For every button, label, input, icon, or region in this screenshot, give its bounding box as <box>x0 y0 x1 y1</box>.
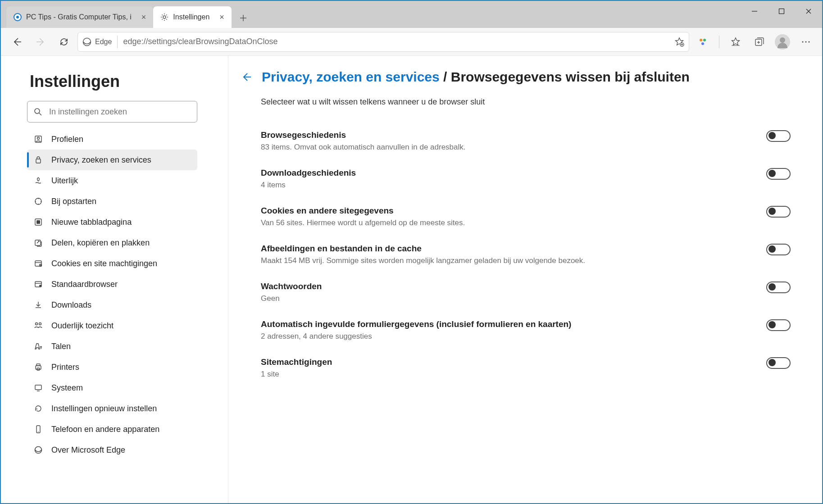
sidebar-item-icon <box>33 383 43 392</box>
add-favorite-button[interactable] <box>674 32 684 52</box>
option-toggle[interactable] <box>766 319 791 331</box>
option-row-2: Cookies en andere sitegegevensVan 56 sit… <box>261 198 791 236</box>
url-text[interactable]: edge://settings/clearBrowsingDataOnClose <box>123 37 669 46</box>
settings-sidebar: Instellingen ProfielenPrivacy, zoeken en… <box>27 56 228 503</box>
option-row-4: WachtwoordenGeen <box>261 273 791 311</box>
option-toggle[interactable] <box>766 282 791 293</box>
option-desc: Maakt 154 MB vrij. Sommige sites worden … <box>261 256 585 265</box>
sidebar-item-label: Instellingen opnieuw instellen <box>51 404 157 413</box>
option-title: Downloadgeschiedenis <box>261 168 356 178</box>
sidebar-item-label: Nieuwe tabbladpagina <box>51 218 132 227</box>
sidebar-item-label: Standaardbrowser <box>51 280 118 289</box>
site-identity[interactable]: Edge <box>82 37 112 46</box>
more-button[interactable] <box>796 32 816 52</box>
svg-rect-30 <box>35 385 41 390</box>
forward-button[interactable] <box>31 32 50 52</box>
back-button[interactable] <box>7 32 27 52</box>
sidebar-item-6[interactable]: Cookies en site machtigingen <box>27 253 197 274</box>
sidebar-item-3[interactable]: Bij opstarten <box>27 191 197 212</box>
gear-icon <box>160 13 168 21</box>
option-toggle[interactable] <box>766 244 791 255</box>
tab-settings[interactable]: Instellingen × <box>153 6 231 28</box>
maximize-button[interactable] <box>768 1 795 22</box>
collections-button[interactable] <box>749 32 769 52</box>
breadcrumb-separator: / <box>443 69 447 84</box>
option-row-6: Sitemachtigingen1 site <box>261 349 791 387</box>
option-toggle[interactable] <box>766 357 791 369</box>
sidebar-item-13[interactable]: Instellingen opnieuw instellen <box>27 398 197 419</box>
close-icon[interactable]: × <box>219 13 224 21</box>
option-title: Automatisch ingevulde formuliergegevens … <box>261 319 571 329</box>
close-icon[interactable]: × <box>141 13 146 21</box>
option-title: Browsegeschiedenis <box>261 130 466 140</box>
svg-point-4 <box>83 38 91 45</box>
sidebar-item-label: Telefoon en andere apparaten <box>51 425 159 434</box>
sidebar-item-9[interactable]: Ouderlijk toezicht <box>27 315 197 336</box>
sidebar-item-11[interactable]: Printers <box>27 357 197 377</box>
svg-point-17 <box>35 198 41 204</box>
sidebar-item-label: Downloads <box>51 300 91 310</box>
close-button[interactable] <box>795 1 822 22</box>
settings-search[interactable] <box>27 101 197 123</box>
svg-rect-20 <box>35 240 41 245</box>
settings-search-input[interactable] <box>48 107 191 117</box>
svg-point-10 <box>802 41 803 42</box>
new-tab-button[interactable] <box>233 8 253 28</box>
sidebar-item-8[interactable]: Downloads <box>27 295 197 315</box>
sidebar-item-label: Cookies en site machtigingen <box>51 259 157 268</box>
svg-point-2 <box>163 16 166 18</box>
sidebar-item-4[interactable]: Nieuwe tabbladpagina <box>27 212 197 232</box>
sidebar-item-icon <box>33 363 43 372</box>
sidebar-item-label: Uiterlijk <box>51 176 78 186</box>
favorites-button[interactable] <box>726 32 746 52</box>
sidebar-item-1[interactable]: Privacy, zoeken en services <box>27 150 197 170</box>
option-toggle[interactable] <box>766 206 791 218</box>
option-desc: Van 56 sites. Hiermee wordt u afgemeld o… <box>261 218 465 227</box>
tab-pc-tips[interactable]: PC Tips - Gratis Computer Tips, i × <box>6 6 153 28</box>
avatar-icon <box>775 34 790 50</box>
sidebar-item-label: Systeem <box>51 383 83 393</box>
tab-strip: PC Tips - Gratis Computer Tips, i × Inst… <box>1 1 253 28</box>
breadcrumb-parent[interactable]: Privacy, zoeken en services <box>262 69 440 84</box>
sidebar-item-2[interactable]: Uiterlijk <box>27 170 197 191</box>
sidebar-item-label: Profielen <box>51 135 83 144</box>
svg-rect-16 <box>36 159 41 163</box>
sidebar-item-icon <box>33 155 43 164</box>
svg-point-8 <box>701 42 704 45</box>
sidebar-item-12[interactable]: Systeem <box>27 377 197 398</box>
sidebar-item-icon <box>33 445 43 454</box>
svg-point-15 <box>37 137 40 140</box>
reload-button[interactable] <box>54 32 74 52</box>
back-arrow-icon[interactable] <box>241 72 252 82</box>
sidebar-item-10[interactable]: Talen <box>27 336 197 357</box>
separator <box>719 36 719 48</box>
settings-main: Privacy, zoeken en services / Browsegege… <box>228 56 822 503</box>
sidebar-item-5[interactable]: Delen, kopiëren en plakken <box>27 232 197 253</box>
svg-point-26 <box>39 323 41 325</box>
minimize-button[interactable] <box>741 1 768 22</box>
sidebar-item-label: Delen, kopiëren en plakken <box>51 238 150 248</box>
svg-point-12 <box>808 41 809 42</box>
option-toggle[interactable] <box>766 168 791 180</box>
sidebar-item-icon <box>33 218 43 227</box>
sidebar-item-label: Privacy, zoeken en services <box>51 155 151 165</box>
sidebar-item-label: Ouderlijk toezicht <box>51 321 114 331</box>
option-row-5: Automatisch ingevulde formuliergegevens … <box>261 311 791 349</box>
sidebar-item-14[interactable]: Telefoon en andere apparaten <box>27 419 197 440</box>
breadcrumb: Privacy, zoeken en services / Browsegege… <box>241 69 791 85</box>
tab-label: PC Tips - Gratis Computer Tips, i <box>26 13 132 21</box>
sidebar-item-icon <box>33 404 43 413</box>
sidebar-item-label: Bij opstarten <box>51 197 96 206</box>
sidebar-item-0[interactable]: Profielen <box>27 129 197 150</box>
sidebar-item-15[interactable]: Over Microsoft Edge <box>27 440 197 460</box>
extensions-button[interactable] <box>693 32 713 52</box>
sidebar-item-7[interactable]: Standaardbrowser <box>27 274 197 295</box>
sidebar-item-icon <box>33 238 43 247</box>
svg-point-33 <box>35 447 42 454</box>
profile-button[interactable] <box>773 32 792 52</box>
favicon-pctips <box>14 13 22 21</box>
url-bar[interactable]: Edge edge://settings/clearBrowsingDataOn… <box>77 32 689 52</box>
option-row-0: Browsegeschiedenis83 items. Omvat ook au… <box>261 122 791 160</box>
option-toggle[interactable] <box>766 130 791 142</box>
page-title: Instellingen <box>30 72 228 91</box>
